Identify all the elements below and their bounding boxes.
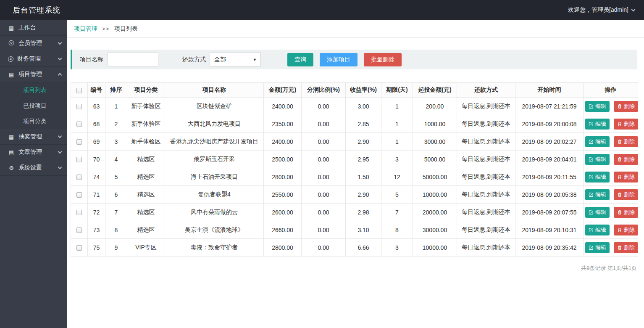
edit-button[interactable]: 编辑 bbox=[585, 172, 610, 183]
delete-button[interactable]: 删除 bbox=[614, 154, 638, 165]
edit-icon bbox=[589, 122, 594, 127]
sidebar: ▦ 工作台 ⓥ 会员管理 ¥ 财务管理 ▤ 项目管理 项目列表 已投项目 项目分… bbox=[0, 20, 67, 328]
edit-icon bbox=[589, 210, 594, 215]
cell-rate: 6.66 bbox=[346, 239, 381, 257]
pagination-summary: 共9条记录 第1页/共1页 bbox=[67, 257, 644, 280]
cell-amount: 2500.00 bbox=[264, 151, 302, 168]
sidebar-item-members[interactable]: ⓥ 会员管理 bbox=[0, 36, 67, 51]
row-checkbox-cell bbox=[71, 239, 88, 257]
delete-button[interactable]: 删除 bbox=[614, 172, 638, 183]
search-button[interactable]: 查询 bbox=[287, 53, 313, 66]
delete-button[interactable]: 删除 bbox=[614, 119, 638, 130]
main-content: 项目管理 >> 项目列表 项目名称 还款方式 全部 ▼ 查询 添加项目 批量删除 bbox=[67, 20, 644, 328]
row-checkbox-cell bbox=[71, 115, 88, 133]
sidebar-item-dashboard[interactable]: ▦ 工作台 bbox=[0, 20, 67, 36]
add-project-button[interactable]: 添加项目 bbox=[320, 53, 357, 66]
delete-button[interactable]: 删除 bbox=[614, 189, 638, 200]
cell-min-invest: 50000.00 bbox=[413, 168, 457, 186]
cell-rate: 3.00 bbox=[346, 98, 381, 115]
cell-actions: 编辑 删除 bbox=[584, 186, 638, 204]
cell-amount: 2800.00 bbox=[264, 168, 302, 186]
cell-id: 75 bbox=[88, 239, 105, 257]
cell-repay-method: 每日返息,到期还本 bbox=[457, 98, 515, 115]
articles-icon: ▤ bbox=[8, 149, 15, 156]
cell-rate: 2.95 bbox=[346, 151, 381, 168]
cell-profit-ratio: 0.00 bbox=[302, 221, 346, 239]
edit-button[interactable]: 编辑 bbox=[585, 119, 610, 130]
edit-button[interactable]: 编辑 bbox=[585, 189, 610, 200]
edit-button[interactable]: 编辑 bbox=[585, 242, 610, 253]
edit-button[interactable]: 编辑 bbox=[585, 136, 610, 147]
edit-icon bbox=[589, 104, 594, 109]
cell-actions: 编辑 删除 bbox=[584, 239, 638, 257]
trash-icon bbox=[617, 227, 622, 233]
sidebar-item-articles[interactable]: ▤ 文章管理 bbox=[0, 145, 67, 160]
sidebar-item-finance[interactable]: ¥ 财务管理 bbox=[0, 51, 67, 67]
row-checkbox[interactable] bbox=[76, 192, 82, 198]
cell-id: 63 bbox=[88, 98, 105, 115]
project-name-input[interactable] bbox=[107, 53, 158, 66]
select-all-checkbox[interactable] bbox=[76, 88, 82, 93]
delete-button[interactable]: 删除 bbox=[614, 225, 638, 235]
row-checkbox[interactable] bbox=[76, 104, 82, 109]
row-checkbox[interactable] bbox=[76, 245, 82, 251]
project-name-label: 项目名称 bbox=[80, 56, 103, 63]
trash-icon bbox=[617, 245, 622, 250]
column-header: 操作 bbox=[584, 83, 638, 98]
cell-term: 1 bbox=[381, 115, 413, 133]
row-checkbox[interactable] bbox=[76, 210, 82, 215]
trash-icon bbox=[617, 175, 622, 180]
chevron-down-icon bbox=[58, 56, 62, 61]
sidebar-item-projects[interactable]: ▤ 项目管理 bbox=[0, 67, 67, 82]
sidebar-item-settings[interactable]: ⚙ 系统设置 bbox=[0, 160, 67, 176]
sidebar-subitem-2[interactable]: 项目分类 bbox=[0, 114, 67, 129]
cell-min-invest: 200.00 bbox=[413, 98, 457, 115]
cell-project-name: 区块链紫金矿 bbox=[165, 98, 264, 115]
delete-button[interactable]: 删除 bbox=[614, 242, 638, 253]
edit-icon bbox=[589, 192, 594, 197]
row-checkbox[interactable] bbox=[76, 122, 82, 127]
repay-method-select[interactable]: 全部 ▼ bbox=[210, 53, 261, 66]
edit-button[interactable]: 编辑 bbox=[585, 225, 610, 235]
cell-id: 69 bbox=[88, 133, 105, 151]
row-checkbox[interactable] bbox=[76, 139, 82, 145]
lottery-icon: ▦ bbox=[8, 134, 15, 140]
delete-button[interactable]: 删除 bbox=[614, 101, 638, 112]
cell-actions: 编辑 删除 bbox=[584, 98, 638, 115]
cell-min-invest: 20000.00 bbox=[413, 204, 457, 221]
cell-term: 1 bbox=[381, 133, 413, 151]
table-row: 69 3 新手体验区 香港九龙尖沙咀房产建设开发项目 2400.00 0.00 … bbox=[71, 133, 638, 151]
cell-actions: 编辑 删除 bbox=[584, 204, 638, 221]
trash-icon bbox=[617, 192, 622, 197]
sidebar-subitem-1[interactable]: 已投项目 bbox=[0, 98, 67, 114]
cell-id: 74 bbox=[88, 168, 105, 186]
sidebar-subitem-label: 项目分类 bbox=[23, 118, 47, 125]
trash-icon bbox=[617, 104, 622, 109]
row-checkbox[interactable] bbox=[76, 227, 82, 233]
batch-delete-button[interactable]: 批量删除 bbox=[364, 53, 402, 66]
row-checkbox[interactable] bbox=[76, 175, 82, 180]
row-checkbox[interactable] bbox=[76, 157, 82, 162]
user-menu[interactable]: 欢迎您，管理员[admin] bbox=[568, 6, 635, 14]
cell-rate: 2.90 bbox=[346, 186, 381, 204]
delete-button[interactable]: 删除 bbox=[614, 207, 638, 218]
edit-button[interactable]: 编辑 bbox=[585, 101, 610, 112]
cell-sort: 4 bbox=[105, 151, 127, 168]
cell-min-invest: 5000.00 bbox=[413, 151, 457, 168]
delete-button[interactable]: 删除 bbox=[614, 136, 638, 147]
sidebar-subitem-0[interactable]: 项目列表 bbox=[0, 82, 67, 98]
cell-project-name: 大西北风力发电项目 bbox=[165, 115, 264, 133]
breadcrumb-parent-link[interactable]: 项目管理 bbox=[74, 25, 97, 33]
edit-button-label: 编辑 bbox=[595, 191, 606, 198]
cell-amount: 2550.00 bbox=[264, 186, 302, 204]
breadcrumb-separator: >> bbox=[102, 26, 110, 32]
sidebar-subitem-label: 已投项目 bbox=[23, 102, 47, 110]
cell-rate: 2.98 bbox=[346, 204, 381, 221]
cell-amount: 2400.00 bbox=[264, 133, 302, 151]
edit-button[interactable]: 编辑 bbox=[585, 154, 610, 165]
edit-button-label: 编辑 bbox=[595, 209, 606, 216]
edit-button[interactable]: 编辑 bbox=[585, 207, 610, 218]
cell-profit-ratio: 0.00 bbox=[302, 133, 346, 151]
chevron-down-icon bbox=[58, 41, 62, 45]
sidebar-item-lottery[interactable]: ▦ 抽奖管理 bbox=[0, 129, 67, 145]
